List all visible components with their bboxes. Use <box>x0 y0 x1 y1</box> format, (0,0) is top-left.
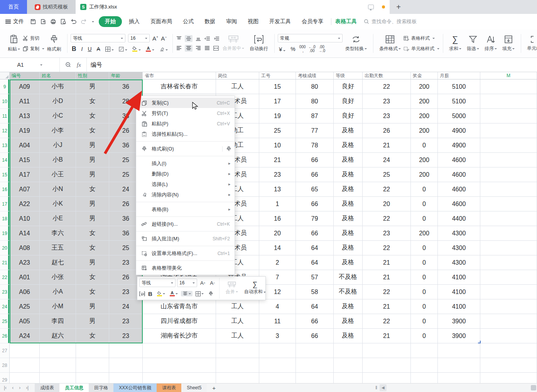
cell[interactable]: 女 <box>76 123 109 138</box>
cell[interactable]: 0 <box>411 138 438 153</box>
row-number-26[interactable]: 26 <box>0 329 10 343</box>
cell[interactable] <box>480 94 537 109</box>
cell[interactable]: 男 <box>76 138 109 153</box>
cell[interactable]: 80 <box>296 79 334 94</box>
cells-button[interactable]: 单元格 <box>524 31 537 56</box>
cell[interactable]: 工人 <box>216 79 259 94</box>
cell[interactable] <box>480 138 537 153</box>
row-number-10[interactable]: 10 <box>0 94 10 109</box>
cell[interactable]: 200 <box>411 79 438 94</box>
cell[interactable]: 0 <box>411 197 438 211</box>
cell[interactable]: 17 <box>259 94 296 109</box>
cell[interactable] <box>480 285 537 299</box>
cell[interactable]: 及格 <box>334 241 363 255</box>
cell[interactable]: 23 <box>109 314 143 329</box>
table-style-button[interactable]: 表格样式 <box>404 35 439 42</box>
cell[interactable]: 0 <box>411 329 438 343</box>
cell[interactable]: 15 <box>259 79 296 94</box>
cell[interactable]: 赵六 <box>40 329 76 343</box>
row-number-27[interactable]: 27 <box>0 343 10 358</box>
tab-workbook[interactable]: S 工作簿3.xlsx <box>76 0 390 14</box>
cell[interactable]: 200 <box>411 226 438 241</box>
context-menu-item-清除内容(N)[interactable]: 清除内容(N)▸ <box>136 189 235 200</box>
row-number-29[interactable]: 29 <box>0 373 10 383</box>
column-header-姓名[interactable]: 姓名 <box>40 72 76 79</box>
cell[interactable] <box>480 241 537 255</box>
column-header-出勤天数[interactable]: 出勤天数 <box>363 72 411 79</box>
cell[interactable]: 工人 <box>216 329 259 343</box>
menu-item-视图[interactable]: 视图 <box>244 17 262 27</box>
cell[interactable] <box>480 109 537 123</box>
menu-item-审阅[interactable]: 审阅 <box>222 17 241 27</box>
cell[interactable]: 0 <box>411 285 438 299</box>
cell[interactable] <box>216 358 259 373</box>
cell[interactable]: A04 <box>10 138 40 153</box>
cell[interactable]: A14 <box>10 226 40 241</box>
cell[interactable]: 21 <box>363 329 411 343</box>
cell[interactable] <box>480 226 537 241</box>
insert-function-icon[interactable]: fx <box>77 62 81 68</box>
italic-button[interactable]: I <box>80 46 84 52</box>
cell[interactable]: 21 <box>363 138 411 153</box>
new-tab-button[interactable]: + <box>390 0 407 14</box>
cell[interactable] <box>411 343 438 358</box>
cell[interactable]: 小E <box>40 211 76 226</box>
decrease-decimal-button[interactable]: .00 →.0 <box>318 45 325 53</box>
cell[interactable]: A01 <box>10 270 40 285</box>
cell[interactable]: 19 <box>259 109 296 123</box>
align-right-icon[interactable] <box>195 46 201 51</box>
cell[interactable]: 26 <box>363 123 411 138</box>
sheet-tab-员工信息[interactable]: 员工信息 <box>59 384 89 392</box>
cell[interactable]: 小韦 <box>40 79 76 94</box>
cell[interactable] <box>480 197 537 211</box>
cut-button[interactable]: 剪切 <box>23 35 44 42</box>
cell[interactable]: 4600 <box>438 153 480 167</box>
cell[interactable] <box>10 358 40 373</box>
cell[interactable]: 24 <box>363 153 411 167</box>
borders-button[interactable] <box>104 46 115 52</box>
cell[interactable]: 16 <box>259 211 296 226</box>
mini-borders-button[interactable] <box>194 291 205 297</box>
cell[interactable]: 女 <box>76 182 109 197</box>
pinned-format-painter-icon[interactable] <box>222 146 231 152</box>
percent-button[interactable]: % <box>289 46 296 52</box>
row-number-28[interactable]: 28 <box>0 358 10 373</box>
cell[interactable]: 22 <box>363 79 411 94</box>
copy-button[interactable]: 复制 <box>23 46 44 52</box>
sum-button[interactable]: ∑ 求和 <box>446 31 464 56</box>
cell[interactable] <box>143 358 216 373</box>
cell[interactable]: 22 <box>363 182 411 197</box>
cell[interactable]: 24 <box>109 299 143 314</box>
row-number-11[interactable]: 11 <box>0 109 10 123</box>
cell[interactable] <box>76 358 109 373</box>
cell[interactable] <box>480 255 537 270</box>
horizontal-scrollbar[interactable] <box>531 385 536 390</box>
cell[interactable] <box>109 373 143 383</box>
cell[interactable] <box>259 343 296 358</box>
cell[interactable]: A25 <box>10 299 40 314</box>
mini-fill-color-button[interactable] <box>155 291 167 297</box>
cell[interactable] <box>334 343 363 358</box>
cell[interactable]: 64 <box>296 299 334 314</box>
last-sheet-button[interactable]: ›| <box>26 385 29 390</box>
cell[interactable]: 小D <box>40 94 76 109</box>
redo-icon[interactable] <box>81 19 87 25</box>
file-menu-button[interactable]: 文件 <box>4 18 28 25</box>
cell[interactable]: 5100 <box>438 79 480 94</box>
cell[interactable]: 良好 <box>334 94 363 109</box>
cell[interactable]: 及格 <box>334 226 363 241</box>
cell[interactable]: 及格 <box>334 255 363 270</box>
cell[interactable]: 及格 <box>334 138 363 153</box>
context-menu-item-格式刷(O)[interactable]: 格式刷(O) <box>136 144 235 154</box>
cell[interactable] <box>216 373 259 383</box>
menu-item-插入[interactable]: 插入 <box>125 17 144 27</box>
cell[interactable] <box>411 358 438 373</box>
row-number-15[interactable]: 15 <box>0 167 10 182</box>
cell[interactable]: 0 <box>411 211 438 226</box>
cell[interactable]: 200 <box>411 153 438 167</box>
row-number-20[interactable]: 20 <box>0 241 10 255</box>
cell[interactable]: 77 <box>296 123 334 138</box>
align-top-icon[interactable] <box>176 36 182 41</box>
row-number-14[interactable]: 14 <box>0 153 10 167</box>
cell[interactable]: 四川省成都市 <box>143 314 216 329</box>
